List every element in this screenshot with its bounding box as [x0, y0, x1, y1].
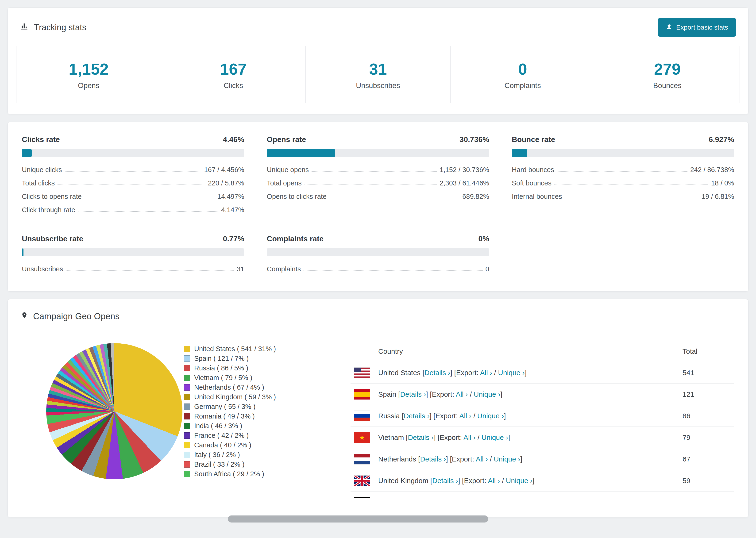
legend-label: Spain ( 121 / 7% ) — [194, 355, 249, 362]
progress-fill — [512, 149, 527, 157]
export-all-link[interactable]: All › — [463, 434, 476, 441]
export-button-label: Export basic stats — [676, 24, 728, 31]
stat-box-complaints: 0 Complaints — [451, 46, 595, 103]
stat-value: 689.82% — [462, 193, 489, 200]
geo-table-row: United States [Details ›] [Export: All ›… — [351, 362, 734, 384]
country-cell: United States [Details ›] [Export: All ›… — [378, 369, 682, 377]
legend-swatch-icon — [184, 346, 190, 352]
legend-swatch-icon — [184, 471, 190, 477]
progress-fill — [22, 248, 24, 256]
flag-es-icon — [354, 389, 370, 400]
stat-value: 0 — [486, 265, 489, 273]
legend-label: Russia ( 86 / 5% ) — [194, 364, 248, 372]
geo-table-row: Netherlands [Details ›] [Export: All › /… — [351, 448, 734, 470]
geo-pie-chart[interactable] — [46, 343, 183, 479]
export-all-link[interactable]: All › — [459, 412, 471, 420]
legend-item[interactable]: Brazil ( 33 / 2% ) — [184, 459, 351, 469]
total-cell: 86 — [682, 412, 734, 420]
legend-swatch-icon — [184, 461, 190, 467]
rate-title: Complaints rate — [267, 235, 324, 243]
rates-grid: Clicks rate 4.46% Unique clicks 167 / 4.… — [8, 122, 748, 291]
stat-row: Internal bounces 19 / 6.81% — [512, 190, 734, 203]
dotted-leader — [65, 171, 201, 172]
legend-item[interactable]: Russia ( 86 / 5% ) — [184, 363, 351, 373]
progress-fill — [22, 149, 32, 157]
legend-label: Germany ( 55 / 3% ) — [194, 403, 255, 410]
legend-item[interactable]: Romania ( 49 / 3% ) — [184, 411, 351, 421]
progress-bar — [22, 149, 244, 157]
legend-item[interactable]: Vietnam ( 79 / 5% ) — [184, 373, 351, 383]
export-all-link[interactable]: All › — [456, 390, 468, 398]
horizontal-scrollbar-thumb[interactable] — [228, 515, 488, 522]
export-all-link[interactable]: All › — [488, 477, 500, 484]
rate-percent: 0.77% — [223, 235, 244, 243]
dotted-leader — [66, 270, 234, 271]
geo-content: United States ( 541 / 31% )Spain ( 121 /… — [8, 330, 748, 498]
tracking-stats-title-row: Tracking stats — [20, 22, 86, 32]
dotted-leader — [84, 198, 215, 198]
geo-table: Country Total United States [Details ›] … — [351, 330, 734, 498]
legend-item[interactable]: Canada ( 40 / 2% ) — [184, 440, 351, 450]
flag-de-icon — [354, 497, 370, 498]
legend-item[interactable]: Germany ( 55 / 3% ) — [184, 402, 351, 411]
country-cell: United Kingdom [Details ›] [Export: All … — [378, 477, 682, 485]
legend-swatch-icon — [184, 423, 190, 429]
details-link[interactable]: Details › — [400, 390, 426, 398]
stat-value: 279 — [595, 60, 739, 78]
stat-label: Total opens — [267, 179, 301, 187]
legend-item[interactable]: United Kingdom ( 59 / 3% ) — [184, 392, 351, 402]
rate-title: Unsubscribe rate — [22, 235, 83, 243]
stat-row: Unique opens 1,152 / 30.736% — [267, 163, 489, 177]
export-all-link[interactable]: All › — [476, 455, 488, 463]
stat-row: Hard bounces 242 / 86.738% — [512, 163, 734, 177]
geo-table-header: Country Total — [351, 341, 734, 362]
flag-gb-icon — [354, 476, 370, 486]
summary-stats-row: 1,152 Opens 167 Clicks 31 Unsubscribes 0… — [16, 46, 740, 103]
details-link[interactable]: Details › — [404, 412, 429, 420]
dotted-leader — [311, 171, 437, 172]
stat-row: Complaints 0 — [267, 262, 489, 276]
export-all-link[interactable]: All › — [480, 369, 492, 377]
legend-label: Brazil ( 33 / 2% ) — [194, 460, 244, 468]
legend-item[interactable]: Netherlands ( 67 / 4% ) — [184, 383, 351, 392]
stat-row: Total opens 2,303 / 61.446% — [267, 177, 489, 190]
export-icon — [666, 23, 673, 31]
details-link[interactable]: Details › — [420, 455, 446, 463]
total-cell: 59 — [682, 477, 734, 485]
export-unique-link[interactable]: Unique › — [498, 369, 524, 377]
legend-swatch-icon — [184, 365, 190, 371]
stat-row: Click through rate 4.147% — [22, 203, 244, 217]
export-unique-link[interactable]: Unique › — [474, 390, 500, 398]
stat-value: 167 — [161, 60, 305, 78]
legend-item[interactable]: Italy ( 36 / 2% ) — [184, 450, 351, 459]
legend-item[interactable]: India ( 46 / 3% ) — [184, 421, 351, 431]
geo-table-row: Vietnam [Details ›] [Export: All › / Uni… — [351, 427, 734, 448]
details-link[interactable]: Details › — [424, 369, 450, 377]
legend-label: Italy ( 36 / 2% ) — [194, 451, 240, 459]
export-unique-link[interactable]: Unique › — [506, 477, 532, 484]
total-cell: 79 — [682, 434, 734, 442]
export-unique-link[interactable]: Unique › — [494, 455, 520, 463]
export-unique-link[interactable]: Unique › — [482, 434, 508, 441]
legend-item[interactable]: United States ( 541 / 31% ) — [184, 344, 351, 354]
rate-percent: 30.736% — [459, 135, 489, 144]
details-link[interactable]: Details › — [432, 477, 458, 484]
legend-item[interactable]: South Africa ( 29 / 2% ) — [184, 469, 351, 479]
legend-swatch-icon — [184, 452, 190, 458]
stat-value: 4.147% — [221, 206, 244, 214]
legend-label: India ( 46 / 3% ) — [194, 422, 242, 430]
stat-label: Complaints — [267, 265, 301, 273]
export-unique-link[interactable]: Unique › — [477, 412, 504, 420]
legend-item[interactable]: Spain ( 121 / 7% ) — [184, 354, 351, 363]
stat-row: Total clicks 220 / 5.87% — [22, 177, 244, 190]
legend-label: Romania ( 49 / 3% ) — [194, 412, 255, 420]
details-link[interactable]: Details › — [408, 434, 434, 441]
flag-ru-icon — [354, 411, 370, 421]
country-cell: Spain [Details ›] [Export: All › / Uniqu… — [378, 390, 682, 398]
stat-value: 0 — [451, 60, 595, 78]
legend-swatch-icon — [184, 355, 190, 362]
legend-item[interactable]: France ( 42 / 2% ) — [184, 431, 351, 440]
export-basic-stats-button[interactable]: Export basic stats — [658, 18, 736, 37]
stat-box-bounces: 279 Bounces — [595, 46, 739, 103]
rate-percent: 6.927% — [709, 135, 734, 144]
